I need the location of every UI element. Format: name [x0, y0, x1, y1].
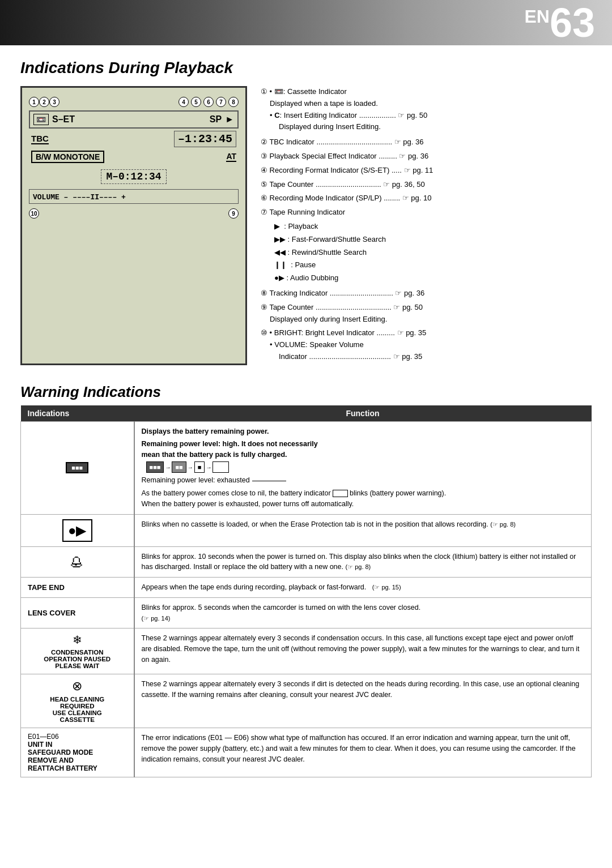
clock-icon: 🕭	[69, 553, 85, 571]
table-row: ⊗ HEAD CLEANING REQUIRED USE CLEANING CA…	[21, 674, 592, 728]
note-7-rew: ◀◀ : Rewind/Shuttle Search	[274, 247, 592, 259]
at-label: AT	[226, 152, 236, 162]
volume-bar: VOLUME – ––––II–––– +	[33, 193, 126, 202]
cassette-indication: ●▶	[21, 514, 134, 546]
lcd-num-10: 10	[29, 208, 39, 219]
lcd-num-4: 4	[178, 97, 189, 107]
monotone-label: B/W MONOTONE	[31, 151, 104, 163]
main-content: Indications During Playback 1 2 3 4 5 6 …	[0, 45, 612, 791]
page-number: EN63	[524, 2, 595, 43]
clock-indication: 🕭	[21, 546, 134, 578]
note-7: ⑦ Tape Running Indicator	[261, 207, 592, 219]
en-prefix: EN	[524, 6, 549, 27]
note-7-play: ▶ : Playback	[274, 221, 592, 233]
head-cleaning-icon: ⊗	[28, 679, 127, 694]
playback-section-title: Indications During Playback	[20, 59, 592, 77]
cassette-icon: 📼	[33, 114, 49, 125]
note-7-audio: ●▶ : Audio Dubbing	[274, 272, 592, 284]
table-row: E01—E06 UNIT IN SAFEGUARD MODE REMOVE AN…	[21, 728, 592, 777]
note-7-ff: ▶▶ : Fast-Forward/Shuttle Search	[274, 234, 592, 246]
tbc-label: TBC	[31, 134, 49, 144]
tape-end-indication: TAPE END	[21, 578, 134, 598]
e01-function: The error indications (E01 — E06) show w…	[134, 728, 592, 777]
counter-display: M–0:12:34	[101, 169, 166, 184]
note-7-pause: ❙❙ : Pause	[274, 259, 592, 271]
note-5: ⑤ Tape Counter .........................…	[261, 179, 592, 191]
note-1-sub1: Displayed when a tape is loaded.	[270, 99, 378, 108]
head-cleaning-function: These 2 warnings appear alternately ever…	[134, 674, 592, 728]
lcd-num-9: 9	[228, 208, 239, 219]
sp-label: SP	[210, 114, 222, 125]
lcd-num-7: 7	[216, 97, 226, 107]
cassette-record-icon: ●▶	[62, 519, 92, 542]
table-row: ■■■ Displays the battery remaining power…	[21, 421, 592, 514]
table-row: ●▶ Blinks when no cassette is loaded, or…	[21, 514, 592, 546]
e01-indication: E01—E06 UNIT IN SAFEGUARD MODE REMOVE AN…	[21, 728, 134, 777]
page-header: EN63	[0, 0, 612, 45]
cassette-function: Blinks when no cassette is loaded, or wh…	[134, 514, 592, 546]
condensation-indication: ❄ CONDENSATION OPERATION PAUSED PLEASE W…	[21, 628, 134, 674]
lens-cover-function: Blinks for approx. 5 seconds when the ca…	[134, 597, 592, 628]
timecode-display: –1:23:45	[174, 131, 236, 147]
note-6: ⑥ Recording Mode Indicator (SP/LP) .....…	[261, 193, 592, 204]
lcd-display: 1 2 3 4 5 6 7 8 📼 S–ET SP ►	[20, 86, 247, 365]
clock-function: Blinks for approx. 10 seconds when the p…	[134, 546, 592, 578]
warning-section: Warning Indications Indications Function…	[20, 383, 592, 778]
table-header-function: Function	[134, 405, 592, 422]
playback-section: 1 2 3 4 5 6 7 8 📼 S–ET SP ►	[20, 86, 592, 365]
condensation-function: These 2 warnings appear alternately ever…	[134, 628, 592, 674]
warning-table: Indications Function ■■■ Displays the ba…	[20, 405, 592, 778]
note-1: ① • 📼: Cassette Indicator Displayed when…	[261, 86, 592, 133]
table-row: TAPE END Appears when the tape ends duri…	[21, 578, 592, 598]
lcd-num-2: 2	[39, 97, 49, 107]
battery-function: Displays the battery remaining power. Re…	[134, 421, 592, 514]
lcd-num-1: 1	[29, 97, 39, 107]
head-cleaning-label: HEAD CLEANING REQUIRED USE CLEANING CASS…	[28, 696, 127, 723]
note-4: ④ Recording Format Indicator (S/S-ET) ..…	[261, 165, 592, 177]
set-label: S–ET	[52, 114, 75, 125]
warning-section-title: Warning Indications	[20, 383, 592, 401]
note-3: ③ Playback Special Effect Indicator ....…	[261, 151, 592, 163]
table-row: ❄ CONDENSATION OPERATION PAUSED PLEASE W…	[21, 628, 592, 674]
condensation-label: CONDENSATION OPERATION PAUSED PLEASE WAI…	[28, 649, 127, 669]
lcd-num-5: 5	[191, 97, 201, 107]
table-row: LENS COVER Blinks for approx. 5 seconds …	[21, 597, 592, 628]
table-header-indications: Indications	[21, 405, 134, 422]
playback-notes: ① • 📼: Cassette Indicator Displayed when…	[261, 86, 592, 365]
tape-end-function: Appears when the tape ends during record…	[134, 578, 592, 598]
note-8: ⑧ Tracking Indicator ...................…	[261, 288, 592, 300]
condensation-icon: ❄	[28, 633, 127, 647]
note-10: ⑩ • BRIGHT: Bright Level Indicator .....…	[261, 327, 592, 362]
lens-cover-indication: LENS COVER	[21, 597, 134, 628]
battery-indication: ■■■	[21, 421, 134, 514]
note-2: ② TBC Indicator ........................…	[261, 136, 592, 148]
note-1-sub2: • C: Insert Editing Indicator ..........…	[270, 111, 427, 119]
head-cleaning-indication: ⊗ HEAD CLEANING REQUIRED USE CLEANING CA…	[21, 674, 134, 728]
note-9: ⑨ Tape Counter .........................…	[261, 302, 592, 326]
table-row: 🕭 Blinks for approx. 10 seconds when the…	[21, 546, 592, 578]
lcd-num-8: 8	[228, 97, 239, 107]
lcd-num-3: 3	[49, 97, 60, 107]
play-icon: ►	[225, 114, 234, 125]
lcd-num-6: 6	[203, 97, 214, 107]
